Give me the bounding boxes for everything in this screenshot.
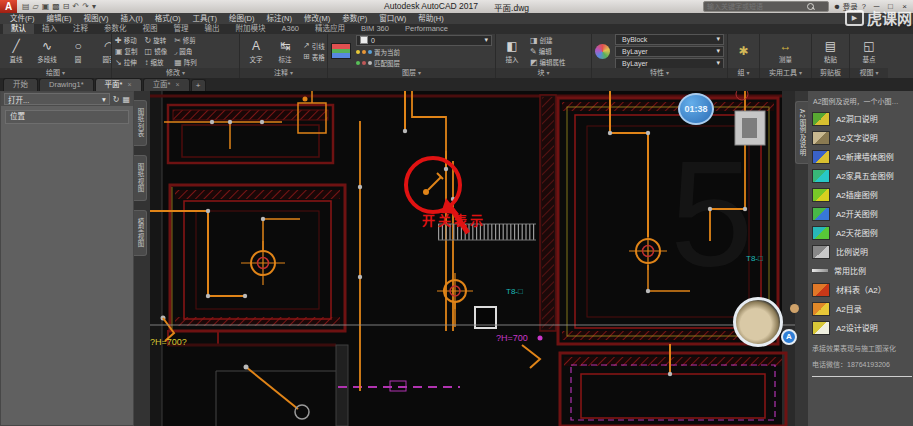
menu-item[interactable]: 编辑(E) bbox=[41, 13, 78, 24]
help-icon[interactable]: ? bbox=[862, 2, 866, 11]
ribbon-tab[interactable]: 默认 bbox=[3, 24, 34, 34]
redo-icon[interactable]: ↷ bbox=[82, 0, 89, 13]
layer-off-icon[interactable] bbox=[362, 61, 366, 65]
menu-item[interactable]: 标注(N) bbox=[261, 13, 298, 24]
ribbon-tab[interactable]: 附加模块 bbox=[228, 24, 274, 34]
properties-icon[interactable] bbox=[595, 44, 610, 59]
layer-on-icon[interactable] bbox=[356, 50, 360, 54]
palette-item-scale-notes[interactable]: 比例说明 bbox=[812, 242, 908, 261]
set-current-layer-button[interactable]: 置为当前 bbox=[374, 47, 400, 57]
lineweight-dropdown[interactable]: ByLayer ▾ bbox=[615, 58, 724, 69]
menu-item[interactable]: 修改(M) bbox=[298, 13, 336, 24]
undo-icon[interactable]: ↶ bbox=[73, 0, 80, 13]
new-file-icon[interactable]: ▤ bbox=[22, 0, 30, 13]
arc-tool[interactable]: ◠ 圆弧 bbox=[96, 39, 111, 64]
palette-item-switch-legend[interactable]: A2开关图例 bbox=[812, 204, 908, 223]
close-tab-icon[interactable]: × bbox=[128, 79, 132, 91]
mirror-tool[interactable]: ◫ 镜像 bbox=[145, 46, 168, 56]
paste-tool[interactable]: ▤ 粘贴 bbox=[818, 39, 844, 64]
menu-item[interactable]: 插入(I) bbox=[115, 13, 149, 24]
plot-icon[interactable]: ⊟ bbox=[63, 0, 70, 13]
palette-item-socket-legend[interactable]: A2插座图例 bbox=[812, 185, 908, 204]
ribbon-tab[interactable]: BIM 360 bbox=[353, 24, 397, 34]
close-tab-icon[interactable]: × bbox=[176, 79, 180, 91]
layer-isolate-icon[interactable] bbox=[356, 61, 360, 65]
maximize-button[interactable]: □ bbox=[884, 0, 897, 13]
scale-tool[interactable]: ↕ 缩放 bbox=[145, 57, 168, 67]
palette-item-material-table[interactable]: 材料表（A2） bbox=[812, 280, 908, 299]
ribbon-tab[interactable]: A360 bbox=[274, 24, 308, 34]
palette-tab[interactable]: 图纸列表 bbox=[134, 100, 147, 146]
grid-icon[interactable]: ▦ bbox=[122, 95, 130, 104]
leader-tool[interactable]: ↗ 引线 bbox=[303, 41, 325, 51]
menu-item[interactable]: 帮助(H) bbox=[412, 13, 449, 24]
block-insert-tool[interactable]: ◧ 插入 bbox=[499, 39, 525, 64]
ribbon-tab[interactable]: 插入 bbox=[34, 24, 65, 34]
menu-item[interactable]: 窗口(W) bbox=[373, 13, 412, 24]
save-as-icon[interactable]: ▩ bbox=[52, 0, 60, 13]
base-point-tool[interactable]: ◱ 基点 bbox=[856, 39, 882, 64]
palette-item-catalog[interactable]: A2目录 bbox=[812, 299, 908, 318]
layer-dropdown[interactable]: 0 ▾ bbox=[356, 35, 492, 46]
sign-in-button[interactable]: ☻ 登录 bbox=[833, 1, 858, 12]
trim-tool[interactable]: ✂ 修剪 bbox=[174, 35, 197, 45]
ribbon-tab[interactable]: 视图 bbox=[135, 24, 166, 34]
ribbon-tab[interactable]: Performance bbox=[397, 24, 456, 34]
block-edit-tool[interactable]: ✎ 编辑 bbox=[530, 46, 566, 56]
sheet-set-dropdown[interactable]: 打开... ▾ bbox=[4, 93, 110, 105]
save-icon[interactable]: ▣ bbox=[42, 0, 50, 13]
fillet-tool[interactable]: ◞ 圆角 bbox=[174, 46, 197, 56]
palette-tab[interactable]: 图纸视图 bbox=[134, 155, 147, 201]
rotate-tool[interactable]: ↻ 旋转 bbox=[145, 35, 168, 45]
menu-item[interactable]: 绘图(D) bbox=[223, 13, 260, 24]
palette-item-text-notes[interactable]: A2文字说明 bbox=[812, 128, 908, 147]
palette-item-common-scales[interactable]: 常用比例 bbox=[812, 261, 908, 280]
tab-drawing1[interactable]: Drawing1* × bbox=[39, 78, 94, 91]
palette-item-design-notes[interactable]: A2设计说明 bbox=[812, 318, 908, 337]
qat-customize-icon[interactable]: ▾ bbox=[92, 0, 96, 13]
layer-walk-icon[interactable] bbox=[368, 61, 372, 65]
autocad-logo-button[interactable]: A bbox=[0, 0, 17, 13]
ribbon-tab[interactable]: 参数化 bbox=[96, 24, 135, 34]
circle-tool[interactable]: ○ 圆 bbox=[65, 39, 91, 64]
palette-group-header[interactable]: A2图例及说明，一个小图… bbox=[812, 94, 908, 109]
text-tool[interactable]: A 文字 bbox=[243, 39, 269, 64]
group-tool[interactable]: ✱ bbox=[738, 44, 748, 58]
color-dropdown[interactable]: ByBlock ▾ bbox=[615, 34, 724, 45]
layer-freeze-icon[interactable] bbox=[362, 50, 366, 54]
move-tool[interactable]: ✚ 移动 bbox=[115, 35, 138, 45]
stretch-tool[interactable]: ↘ 拉伸 bbox=[115, 57, 138, 67]
ribbon-tab[interactable]: 注释 bbox=[65, 24, 96, 34]
refresh-icon[interactable]: ↻ bbox=[113, 95, 120, 104]
minimize-button[interactable]: ─ bbox=[870, 0, 883, 13]
tab-elevation[interactable]: 立面* × bbox=[143, 78, 190, 91]
ribbon-tab[interactable]: 精选应用 bbox=[307, 24, 353, 34]
block-create-tool[interactable]: ◨ 创建 bbox=[530, 35, 566, 45]
array-tool[interactable]: ▦ 阵列 bbox=[174, 57, 197, 67]
palette-item-furniture-hardware-legend[interactable]: A2家具五金图例 bbox=[812, 166, 908, 185]
new-tab-button[interactable]: + bbox=[191, 79, 206, 91]
layer-lock-icon[interactable] bbox=[368, 50, 372, 54]
palette-item-opening-notes[interactable]: A2洞口说明 bbox=[812, 109, 908, 128]
tab-plan[interactable]: 平面* × bbox=[95, 78, 142, 91]
measure-tool[interactable]: ↔ 测量 bbox=[773, 39, 799, 64]
palette-tab[interactable]: 模型视图 bbox=[134, 210, 147, 256]
line-tool[interactable]: ╱ 直线 bbox=[3, 39, 29, 64]
copy-tool[interactable]: ▣ 复制 bbox=[115, 46, 138, 56]
table-tool[interactable]: ⊞ 表格 bbox=[303, 52, 325, 62]
menu-item[interactable]: 文件(F) bbox=[4, 13, 41, 24]
tab-start[interactable]: 开始 × bbox=[3, 78, 38, 91]
match-layer-button[interactable]: 匹配图层 bbox=[374, 58, 400, 68]
help-search-box[interactable] bbox=[703, 1, 829, 12]
search-input[interactable] bbox=[707, 2, 807, 11]
layer-properties-icon[interactable] bbox=[331, 43, 351, 59]
dimension-tool[interactable]: ↹ 标注 bbox=[272, 39, 298, 64]
ribbon-tab[interactable]: 输出 bbox=[197, 24, 228, 34]
linetype-dropdown[interactable]: ByLayer ▾ bbox=[615, 46, 724, 57]
tool-palette-tab[interactable]: A2图例及说明 bbox=[795, 101, 808, 164]
block-edit-attr-tool[interactable]: ◩ 编辑属性 bbox=[530, 57, 566, 67]
palette-item-new-wall-legend[interactable]: A2新建墙体图例 bbox=[812, 147, 908, 166]
polyline-tool[interactable]: ∿ 多段线 bbox=[34, 39, 60, 64]
close-button[interactable]: × bbox=[898, 0, 911, 13]
menu-item[interactable]: 参数(P) bbox=[336, 13, 373, 24]
